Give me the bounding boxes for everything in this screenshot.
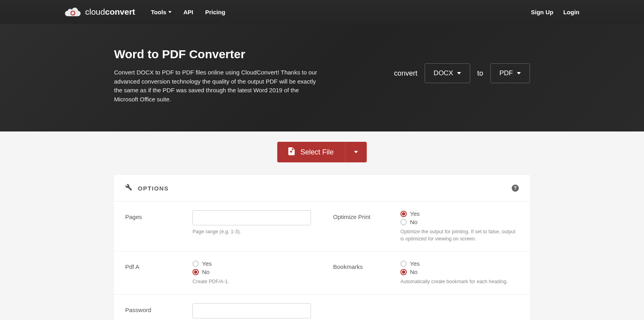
pdf-a-no[interactable]: No bbox=[192, 269, 311, 275]
radio-label: Yes bbox=[202, 260, 211, 267]
nav-api[interactable]: API bbox=[183, 9, 193, 15]
optimize-print-yes[interactable]: Yes bbox=[400, 210, 519, 217]
top-nav: cloudconvert Tools API Pricing Sign Up L… bbox=[0, 0, 644, 24]
chevron-down-icon bbox=[517, 72, 521, 74]
page-description: Convert DOCX to PDF to PDF files online … bbox=[114, 68, 320, 104]
nav-login[interactable]: Login bbox=[563, 9, 579, 15]
radio-icon bbox=[192, 261, 199, 267]
radio-label: No bbox=[410, 219, 417, 225]
wrench-icon bbox=[125, 184, 132, 192]
file-add-icon bbox=[288, 147, 295, 157]
select-file-label: Select File bbox=[300, 148, 333, 156]
from-format-dropdown[interactable]: DOCX bbox=[425, 63, 470, 83]
option-password: Password Password to open the file. bbox=[114, 295, 322, 320]
option-label: Pdf A bbox=[125, 260, 185, 286]
main-nav: Tools API Pricing bbox=[151, 9, 225, 15]
option-bookmarks: Bookmarks Yes No Automatically create bo… bbox=[322, 251, 530, 295]
option-help-text: Automatically create bookmark for each h… bbox=[400, 278, 519, 286]
options-title: OPTIONS bbox=[138, 185, 169, 192]
nav-tools-label: Tools bbox=[151, 9, 166, 15]
option-help-text: Page range (e.g. 1-3). bbox=[192, 229, 311, 236]
nav-pricing[interactable]: Pricing bbox=[205, 9, 225, 15]
logo-text: cloudconvert bbox=[85, 7, 135, 17]
bookmarks-no[interactable]: No bbox=[400, 269, 519, 275]
chevron-down-icon bbox=[457, 72, 461, 74]
chevron-down-icon bbox=[354, 151, 358, 153]
pdf-a-yes[interactable]: Yes bbox=[192, 260, 311, 267]
chevron-down-icon bbox=[168, 11, 171, 13]
to-label: to bbox=[477, 69, 483, 78]
to-format-value: PDF bbox=[499, 69, 513, 77]
help-icon[interactable]: ? bbox=[512, 185, 519, 192]
to-format-dropdown[interactable]: PDF bbox=[490, 63, 530, 83]
option-label: Pages bbox=[125, 210, 185, 242]
hero-section: Word to PDF Converter Convert DOCX to PD… bbox=[0, 24, 644, 131]
option-pdf-a: Pdf A Yes No Create PDF/A-1. bbox=[114, 251, 322, 295]
nav-tools[interactable]: Tools bbox=[151, 9, 171, 15]
radio-icon bbox=[400, 219, 407, 225]
option-pages: Pages Page range (e.g. 1-3). bbox=[114, 202, 322, 251]
main-content: Select File OPTIONS ? Pages Page range (… bbox=[114, 131, 530, 320]
radio-label: No bbox=[202, 269, 210, 275]
option-empty bbox=[322, 295, 530, 320]
logo[interactable]: cloudconvert bbox=[65, 6, 135, 18]
option-label: Bookmarks bbox=[333, 260, 392, 286]
page-title: Word to PDF Converter bbox=[114, 48, 362, 61]
radio-label: Yes bbox=[410, 260, 419, 267]
radio-label: No bbox=[410, 269, 417, 275]
option-label: Password bbox=[125, 303, 185, 320]
select-file-dropdown[interactable] bbox=[345, 142, 367, 162]
options-header: OPTIONS ? bbox=[114, 175, 530, 202]
password-input[interactable] bbox=[192, 303, 311, 318]
optimize-print-no[interactable]: No bbox=[400, 219, 519, 225]
option-help-text: Create PDF/A-1. bbox=[192, 278, 311, 286]
option-label: Optimize Print bbox=[333, 210, 392, 242]
radio-label: Yes bbox=[410, 210, 419, 217]
pages-input[interactable] bbox=[192, 210, 311, 225]
options-panel: OPTIONS ? Pages Page range (e.g. 1-3). O… bbox=[114, 175, 530, 320]
radio-icon bbox=[400, 269, 407, 275]
cloud-icon bbox=[65, 6, 81, 18]
radio-icon bbox=[192, 269, 199, 275]
format-selector: convert DOCX to PDF bbox=[394, 48, 530, 83]
convert-label: convert bbox=[394, 69, 417, 78]
select-file-button[interactable]: Select File bbox=[277, 142, 366, 162]
from-format-value: DOCX bbox=[434, 69, 453, 77]
option-help-text: Optimize the output for printing. If set… bbox=[400, 229, 519, 242]
radio-icon bbox=[400, 261, 407, 267]
option-optimize-print: Optimize Print Yes No Optimize the outpu… bbox=[322, 202, 530, 251]
bookmarks-yes[interactable]: Yes bbox=[400, 260, 519, 267]
nav-signup[interactable]: Sign Up bbox=[531, 9, 554, 15]
radio-icon bbox=[400, 211, 407, 217]
